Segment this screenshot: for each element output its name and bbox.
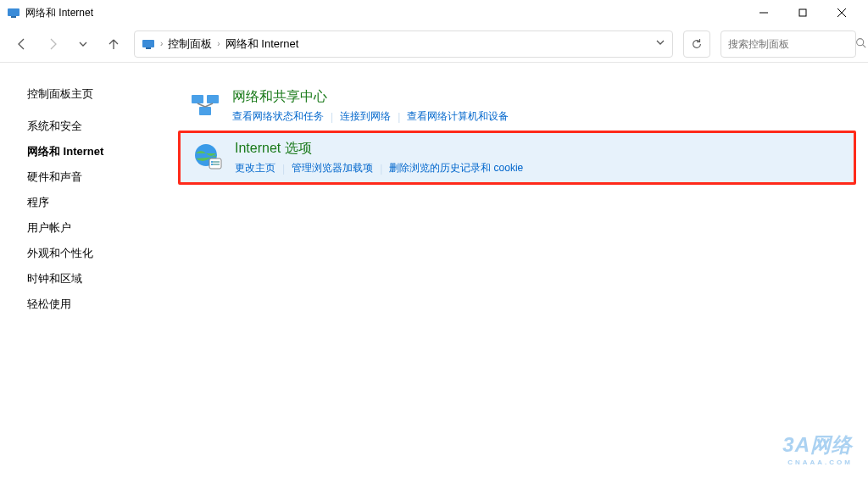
sidebar-item-programs[interactable]: 程序 [27, 190, 178, 215]
navbar: › 控制面板 › 网络和 Internet [0, 25, 868, 63]
category-title[interactable]: 网络和共享中心 [232, 88, 844, 106]
window-controls [744, 0, 861, 25]
svg-rect-12 [199, 107, 211, 115]
breadcrumb[interactable]: › 控制面板 › 网络和 Internet [134, 31, 673, 58]
category-links: 查看网络状态和任务 | 连接到网络 | 查看网络计算机和设备 [232, 109, 844, 124]
link-separator: | [380, 163, 382, 175]
svg-rect-11 [207, 95, 219, 103]
svg-point-19 [211, 161, 213, 163]
internet-options-icon [192, 142, 223, 172]
svg-rect-6 [142, 40, 154, 47]
refresh-button[interactable] [683, 31, 710, 58]
search-input[interactable] [728, 38, 855, 50]
sidebar-item-hardware[interactable]: 硬件和声音 [27, 164, 178, 190]
svg-line-13 [198, 103, 205, 107]
search-icon [855, 37, 866, 51]
category-title[interactable]: Internet 选项 [235, 140, 842, 158]
sidebar-item-clock[interactable]: 时钟和区域 [27, 266, 178, 292]
sidebar-item-system[interactable]: 系统和安全 [27, 114, 178, 139]
category-network-sharing: 网络和共享中心 查看网络状态和任务 | 连接到网络 | 查看网络计算机和设备 [178, 81, 856, 131]
svg-rect-16 [209, 158, 221, 169]
chevron-right-icon: › [160, 39, 163, 48]
maximize-button[interactable] [783, 0, 822, 25]
breadcrumb-current[interactable]: 网络和 Internet [225, 36, 299, 52]
svg-point-20 [211, 164, 213, 165]
svg-rect-1 [11, 16, 16, 18]
up-button[interactable] [103, 34, 124, 54]
link-separator: | [282, 163, 285, 175]
sidebar-item-network[interactable]: 网络和 Internet [27, 139, 178, 164]
sidebar: 控制面板主页 系统和安全 网络和 Internet 硬件和声音 程序 用户帐户 … [0, 63, 178, 478]
breadcrumb-root[interactable]: 控制面板 [168, 36, 212, 52]
link-view-status[interactable]: 查看网络状态和任务 [232, 109, 324, 124]
breadcrumb-dropdown[interactable] [655, 37, 665, 50]
recent-dropdown[interactable] [73, 34, 93, 54]
content: 网络和共享中心 查看网络状态和任务 | 连接到网络 | 查看网络计算机和设备 [178, 63, 868, 478]
link-connect-network[interactable]: 连接到网络 [340, 109, 391, 124]
network-center-icon [190, 90, 220, 120]
main: 控制面板主页 系统和安全 网络和 Internet 硬件和声音 程序 用户帐户 … [0, 63, 868, 478]
back-button[interactable] [12, 34, 32, 54]
link-view-devices[interactable]: 查看网络计算机和设备 [407, 109, 509, 124]
svg-line-14 [205, 103, 213, 107]
link-delete-history[interactable]: 删除浏览的历史记录和 cookie [389, 161, 523, 175]
svg-point-8 [857, 38, 864, 45]
minimize-button[interactable] [744, 0, 783, 25]
svg-rect-7 [146, 47, 151, 49]
category-links: 更改主页 | 管理浏览器加载项 | 删除浏览的历史记录和 cookie [235, 161, 842, 175]
link-manage-addons[interactable]: 管理浏览器加载项 [292, 161, 373, 175]
sidebar-item-ease[interactable]: 轻松使用 [27, 292, 178, 317]
window-title: 网络和 Internet [25, 6, 93, 20]
category-internet-options: Internet 选项 更改主页 | 管理浏览器加载项 | 删除浏览的历史记录和… [178, 131, 856, 185]
chevron-right-icon: › [217, 39, 220, 48]
svg-line-9 [863, 44, 865, 47]
control-panel-icon [142, 37, 155, 51]
svg-rect-3 [799, 9, 806, 16]
search-box[interactable] [721, 31, 856, 58]
link-separator: | [331, 111, 333, 123]
sidebar-item-appearance[interactable]: 外观和个性化 [27, 241, 178, 266]
titlebar: 网络和 Internet [0, 0, 868, 25]
link-change-homepage[interactable]: 更改主页 [235, 161, 275, 175]
watermark-sub: CNAAA.COM [782, 459, 853, 466]
app-icon [7, 6, 20, 19]
close-button[interactable] [822, 0, 861, 25]
watermark-main: 3A网络 [782, 433, 853, 456]
svg-rect-0 [8, 8, 19, 16]
svg-rect-10 [192, 95, 203, 103]
sidebar-item-accounts[interactable]: 用户帐户 [27, 215, 178, 241]
sidebar-item-home[interactable]: 控制面板主页 [27, 81, 178, 107]
watermark: 3A网络 CNAAA.COM [782, 431, 853, 466]
forward-button[interactable] [42, 34, 63, 54]
link-separator: | [398, 111, 400, 123]
